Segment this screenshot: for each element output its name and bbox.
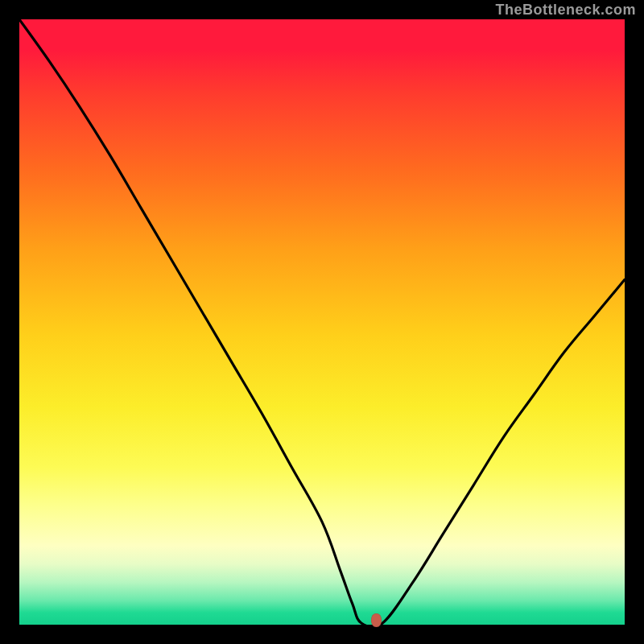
frame: TheBottleneck.com <box>0 0 644 644</box>
minimum-marker <box>371 613 382 627</box>
curve-path <box>19 19 625 625</box>
watermark-text: TheBottleneck.com <box>495 0 636 19</box>
bottleneck-curve <box>19 19 625 625</box>
plot-area <box>19 19 625 625</box>
